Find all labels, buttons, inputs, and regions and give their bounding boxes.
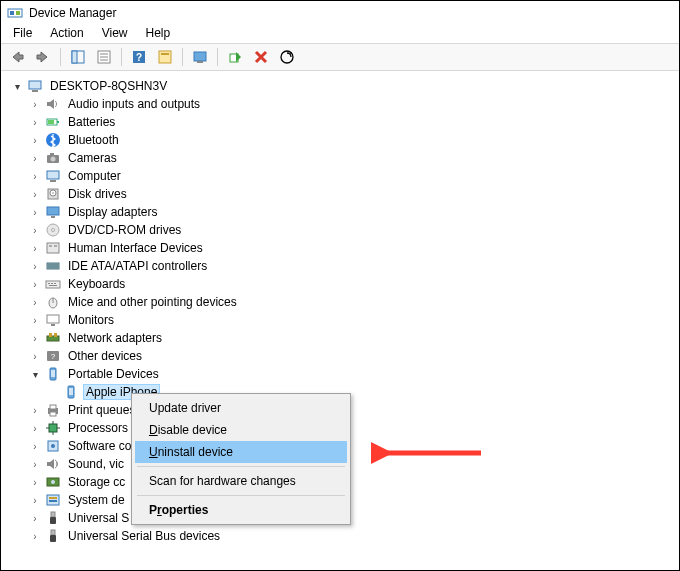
category-label[interactable]: Network adapters (65, 330, 165, 346)
expand-toggle[interactable]: › (29, 476, 41, 488)
category-label[interactable]: Batteries (65, 114, 118, 130)
tree-category[interactable]: ›Universal Serial Bus devices (29, 527, 675, 545)
tree-category[interactable]: ›Universal S (29, 509, 675, 527)
svg-rect-25 (50, 153, 54, 156)
root-label[interactable]: DESKTOP-8QSHN3V (47, 78, 170, 94)
tree-category[interactable]: ›?Other devices (29, 347, 675, 365)
ctx-uninstall-device[interactable]: Uninstall device (135, 441, 347, 463)
expand-toggle[interactable]: › (29, 422, 41, 434)
svg-rect-62 (49, 424, 57, 432)
category-label[interactable]: Keyboards (65, 276, 128, 292)
expand-toggle[interactable]: › (29, 98, 41, 110)
expand-toggle[interactable]: › (29, 494, 41, 506)
tree-category[interactable]: ›Print queues (29, 401, 675, 419)
menu-bar: File Action View Help (1, 23, 679, 43)
forward-button[interactable] (31, 46, 55, 68)
category-label[interactable]: Print queues (65, 402, 138, 418)
svg-rect-42 (48, 283, 50, 284)
show-hide-console-button[interactable] (66, 46, 90, 68)
expand-toggle[interactable]: › (29, 296, 41, 308)
tree-category[interactable]: ›Cameras (29, 149, 675, 167)
view-button[interactable] (153, 46, 177, 68)
tree-category[interactable]: ›Computer (29, 167, 675, 185)
tree-category[interactable]: ▾Portable Devices (29, 365, 675, 383)
tree-category[interactable]: ›Bluetooth (29, 131, 675, 149)
monitor-icon (45, 312, 61, 328)
category-label[interactable]: Computer (65, 168, 124, 184)
expand-toggle[interactable]: › (29, 404, 41, 416)
tree-category[interactable]: ›IDE ATA/ATAPI controllers (29, 257, 675, 275)
category-label[interactable]: Portable Devices (65, 366, 162, 382)
tree-category[interactable]: ›Software components (29, 437, 675, 455)
tree-category[interactable]: ›Keyboards (29, 275, 675, 293)
network-icon (45, 330, 61, 346)
update-driver-button[interactable] (188, 46, 212, 68)
expand-toggle[interactable]: › (29, 512, 41, 524)
expand-toggle[interactable]: › (29, 332, 41, 344)
expand-toggle[interactable]: › (29, 350, 41, 362)
category-label[interactable]: Universal S (65, 510, 132, 526)
tree-category[interactable]: ›Disk drives (29, 185, 675, 203)
expand-toggle[interactable]: › (29, 440, 41, 452)
uninstall-button[interactable] (249, 46, 273, 68)
category-label[interactable]: Audio inputs and outputs (65, 96, 203, 112)
menu-view[interactable]: View (94, 24, 136, 42)
expand-toggle[interactable]: › (29, 224, 41, 236)
tree-category[interactable]: ›DVD/CD-ROM drives (29, 221, 675, 239)
back-button[interactable] (5, 46, 29, 68)
category-label[interactable]: Processors (65, 420, 131, 436)
ctx-scan-hardware[interactable]: Scan for hardware changes (135, 470, 347, 492)
svg-rect-26 (47, 171, 59, 179)
tree-category[interactable]: ›Sound, vic (29, 455, 675, 473)
category-label[interactable]: Sound, vic (65, 456, 127, 472)
category-label[interactable]: Disk drives (65, 186, 130, 202)
category-label[interactable]: System de (65, 492, 128, 508)
tree-category[interactable]: ›Monitors (29, 311, 675, 329)
tree-category[interactable]: ›Human Interface Devices (29, 239, 675, 257)
scan-button[interactable] (275, 46, 299, 68)
expand-toggle[interactable]: ▾ (11, 80, 23, 92)
tree-category[interactable]: ›Batteries (29, 113, 675, 131)
category-label[interactable]: IDE ATA/ATAPI controllers (65, 258, 210, 274)
tree-category[interactable]: ›Storage cc (29, 473, 675, 491)
enable-button[interactable] (223, 46, 247, 68)
category-label[interactable]: Bluetooth (65, 132, 122, 148)
category-label[interactable]: Cameras (65, 150, 120, 166)
category-label[interactable]: Storage cc (65, 474, 128, 490)
category-label[interactable]: Display adapters (65, 204, 160, 220)
help-button[interactable]: ? (127, 46, 151, 68)
menu-file[interactable]: File (5, 24, 40, 42)
expand-toggle[interactable]: › (29, 278, 41, 290)
ctx-disable-device[interactable]: Disable device (135, 419, 347, 441)
tree-category[interactable]: ›Display adapters (29, 203, 675, 221)
category-label[interactable]: DVD/CD-ROM drives (65, 222, 184, 238)
expand-toggle[interactable]: › (29, 242, 41, 254)
tree-root[interactable]: ▾ DESKTOP-8QSHN3V (11, 77, 675, 95)
tree-category[interactable]: ›Network adapters (29, 329, 675, 347)
menu-help[interactable]: Help (138, 24, 179, 42)
tree-category[interactable]: ›Audio inputs and outputs (29, 95, 675, 113)
menu-action[interactable]: Action (42, 24, 91, 42)
category-label[interactable]: Monitors (65, 312, 117, 328)
expand-toggle[interactable]: › (29, 260, 41, 272)
expand-toggle[interactable]: › (29, 134, 41, 146)
tree-category[interactable]: ›Processors (29, 419, 675, 437)
category-label[interactable]: Universal Serial Bus devices (65, 528, 223, 544)
expand-toggle[interactable]: › (29, 152, 41, 164)
ctx-update-driver[interactable]: Update driver (135, 397, 347, 419)
category-label[interactable]: Human Interface Devices (65, 240, 206, 256)
category-label[interactable]: Mice and other pointing devices (65, 294, 240, 310)
expand-toggle[interactable]: › (29, 206, 41, 218)
expand-toggle[interactable]: › (29, 170, 41, 182)
expand-toggle[interactable]: › (29, 188, 41, 200)
expand-toggle[interactable]: › (29, 116, 41, 128)
tree-category[interactable]: ›System de (29, 491, 675, 509)
expand-toggle[interactable]: ▾ (29, 368, 41, 380)
tree-category[interactable]: ›Mice and other pointing devices (29, 293, 675, 311)
properties-button[interactable] (92, 46, 116, 68)
category-label[interactable]: Other devices (65, 348, 145, 364)
expand-toggle[interactable]: › (29, 530, 41, 542)
expand-toggle[interactable]: › (29, 314, 41, 326)
expand-toggle[interactable]: › (29, 458, 41, 470)
ctx-properties[interactable]: Properties (135, 499, 347, 521)
